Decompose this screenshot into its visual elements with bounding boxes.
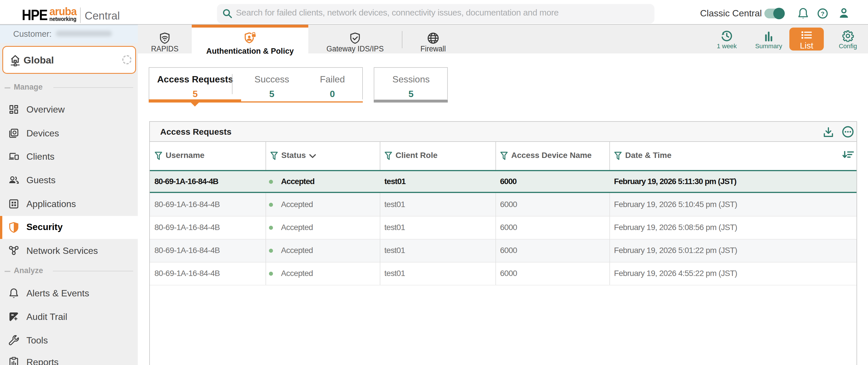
svg-text:?: ? — [821, 10, 825, 17]
